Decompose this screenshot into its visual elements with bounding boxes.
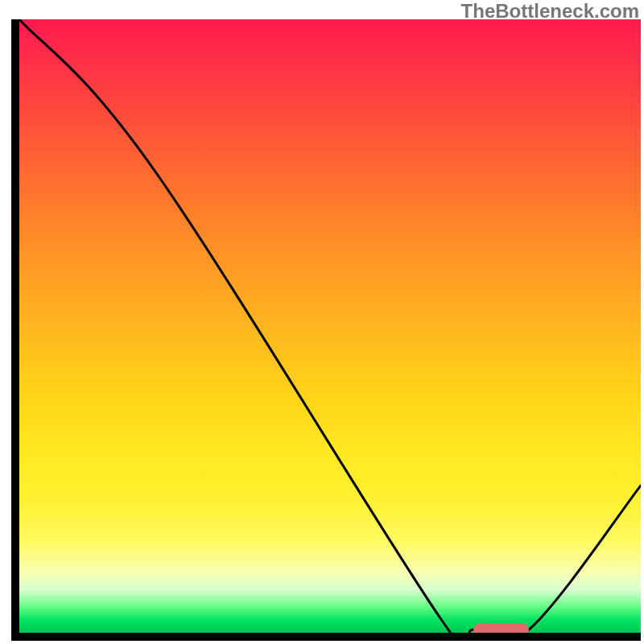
plot-area: [19, 19, 641, 633]
chart-frame: [11, 19, 641, 641]
chart-image: TheBottleneck.com: [0, 0, 644, 644]
watermark-text: TheBottleneck.com: [461, 0, 639, 23]
bottleneck-curve: [19, 19, 641, 633]
optimal-range-marker: [473, 624, 529, 633]
